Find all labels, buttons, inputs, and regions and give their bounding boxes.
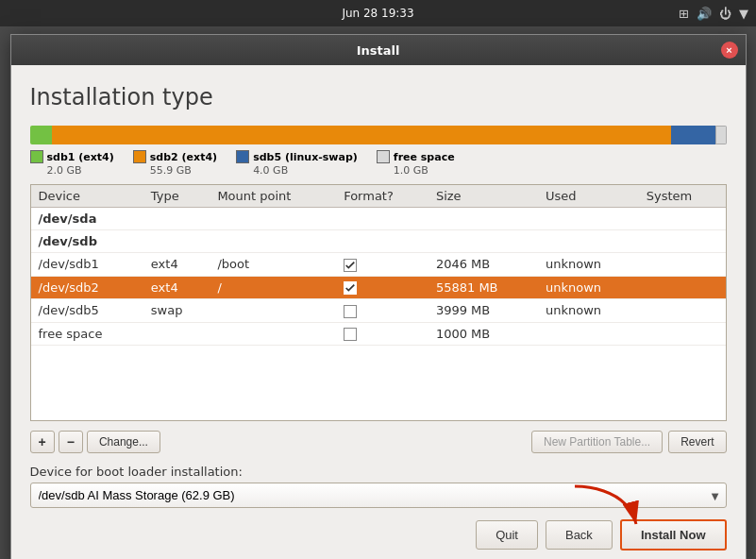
legend-label-sdb2: sdb2 (ext4)	[150, 151, 217, 163]
close-button[interactable]: ×	[721, 42, 738, 59]
row-device: /dev/sdb2	[31, 276, 143, 299]
partition-table-wrapper: Device Type Mount point Format? Size Use…	[30, 184, 727, 421]
title-bar: Install ×	[11, 35, 746, 65]
row-type	[143, 322, 210, 346]
partition-bar	[30, 126, 727, 144]
bootloader-label: Device for boot loader installation:	[30, 465, 727, 479]
row-type: ext4	[143, 253, 210, 277]
row-format[interactable]	[336, 299, 428, 323]
col-size: Size	[428, 185, 538, 208]
row-used: unknown	[538, 253, 639, 277]
col-mount: Mount point	[210, 185, 336, 208]
quit-button[interactable]: Quit	[476, 520, 538, 550]
new-partition-table-button[interactable]: New Partition Table...	[531, 431, 663, 453]
partition-segment-sdb5	[671, 126, 715, 144]
col-used: Used	[538, 185, 639, 208]
change-partition-button[interactable]: Change...	[87, 431, 160, 453]
row-device: free space	[31, 322, 143, 346]
row-system	[639, 322, 726, 346]
row-used: unknown	[538, 299, 639, 323]
partition-segment-free	[715, 126, 727, 144]
col-device: Device	[31, 185, 143, 208]
row-mount	[210, 322, 336, 346]
install-window: Install × Installation type sdb1 (ext4) …	[10, 34, 747, 559]
legend-swatch-sdb5	[236, 150, 249, 163]
system-bar: Jun 28 19:33 ⊞ 🔊 ⏻ ▼	[0, 0, 756, 26]
row-used: unknown	[538, 276, 639, 299]
window-content: Installation type sdb1 (ext4) 2.0 GB	[11, 65, 746, 559]
remove-partition-button[interactable]: −	[59, 431, 83, 453]
row-size: 55881 MB	[428, 276, 538, 299]
table-row[interactable]: /dev/sdb	[31, 230, 726, 253]
row-size: 3999 MB	[428, 299, 538, 323]
table-header-row: Device Type Mount point Format? Size Use…	[31, 185, 726, 208]
network-icon[interactable]: ⊞	[679, 7, 689, 21]
legend-sdb1: sdb1 (ext4) 2.0 GB	[30, 150, 114, 177]
row-format[interactable]	[336, 253, 428, 277]
format-checkbox[interactable]	[344, 281, 357, 295]
legend-swatch-sdb2	[133, 150, 146, 163]
row-system	[639, 276, 726, 299]
device-label: /dev/sdb	[31, 230, 726, 253]
row-used	[538, 322, 639, 346]
datetime-display: Jun 28 19:33	[342, 7, 413, 20]
legend-size-free: 1.0 GB	[377, 164, 455, 177]
bootloader-section: Device for boot loader installation: /de…	[30, 465, 727, 508]
col-format: Format?	[336, 185, 428, 208]
legend-size-sdb2: 55.9 GB	[133, 164, 217, 177]
partition-segment-sdb2	[52, 126, 671, 144]
row-mount	[210, 299, 336, 323]
bootloader-select-wrapper: /dev/sdb AI Mass Storage (62.9 GB)	[30, 483, 727, 508]
partition-legend: sdb1 (ext4) 2.0 GB sdb2 (ext4) 55.9 GB s…	[30, 150, 727, 177]
toolbar-right: New Partition Table... Revert	[531, 431, 727, 453]
table-row[interactable]: /dev/sdb1 ext4 /boot 2046 MB unknown	[31, 253, 726, 277]
format-checkbox[interactable]	[344, 259, 357, 272]
format-checkbox[interactable]	[344, 328, 357, 341]
legend-size-sdb1: 2.0 GB	[30, 164, 114, 177]
row-system	[639, 253, 726, 277]
row-type: ext4	[143, 276, 210, 299]
table-row[interactable]: /dev/sdb5 swap 3999 MB unknown	[31, 299, 726, 323]
legend-label-sdb5: sdb5 (linux-swap)	[253, 151, 358, 163]
row-type: swap	[143, 299, 210, 323]
window-title: Install	[357, 43, 400, 58]
legend-swatch-sdb1	[30, 150, 43, 163]
legend-size-sdb5: 4.0 GB	[236, 164, 358, 177]
row-format[interactable]	[336, 322, 428, 346]
legend-label-sdb1: sdb1 (ext4)	[47, 151, 114, 163]
table-row[interactable]: free space 1000 MB	[31, 322, 726, 346]
partition-bar-container: sdb1 (ext4) 2.0 GB sdb2 (ext4) 55.9 GB s…	[30, 126, 727, 177]
back-button[interactable]: Back	[546, 520, 613, 550]
format-checkbox[interactable]	[344, 305, 357, 318]
col-system: System	[639, 185, 726, 208]
row-format[interactable]	[336, 276, 428, 299]
device-label: /dev/sda	[31, 208, 726, 230]
partition-table: Device Type Mount point Format? Size Use…	[31, 185, 726, 346]
page-title: Installation type	[30, 84, 727, 110]
row-size: 2046 MB	[428, 253, 538, 277]
menu-icon[interactable]: ▼	[739, 7, 748, 21]
table-row[interactable]: /dev/sda	[31, 208, 726, 230]
revert-button[interactable]: Revert	[668, 431, 726, 453]
volume-icon[interactable]: 🔊	[697, 7, 712, 21]
legend-sdb5: sdb5 (linux-swap) 4.0 GB	[236, 150, 358, 177]
table-row[interactable]: /dev/sdb2 ext4 / 55881 MB unknown	[31, 276, 726, 299]
row-device: /dev/sdb1	[31, 253, 143, 277]
col-type: Type	[143, 185, 210, 208]
add-partition-button[interactable]: +	[30, 431, 55, 453]
bootloader-select[interactable]: /dev/sdb AI Mass Storage (62.9 GB)	[30, 483, 727, 508]
row-device: /dev/sdb5	[31, 299, 143, 323]
legend-sdb2: sdb2 (ext4) 55.9 GB	[133, 150, 217, 177]
row-mount: /	[210, 276, 336, 299]
row-mount: /boot	[210, 253, 336, 277]
power-icon[interactable]: ⏻	[719, 7, 731, 21]
row-system	[639, 299, 726, 323]
legend-free: free space 1.0 GB	[377, 150, 455, 177]
bottom-bar: Quit Back Install Now	[30, 519, 727, 551]
partition-segment-sdb1	[30, 126, 52, 144]
legend-label-free: free space	[394, 151, 455, 163]
install-now-button[interactable]: Install Now	[620, 519, 727, 551]
system-tray: ⊞ 🔊 ⏻ ▼	[679, 7, 748, 21]
legend-swatch-free	[377, 150, 390, 163]
toolbar-left: + − Change...	[30, 431, 160, 453]
